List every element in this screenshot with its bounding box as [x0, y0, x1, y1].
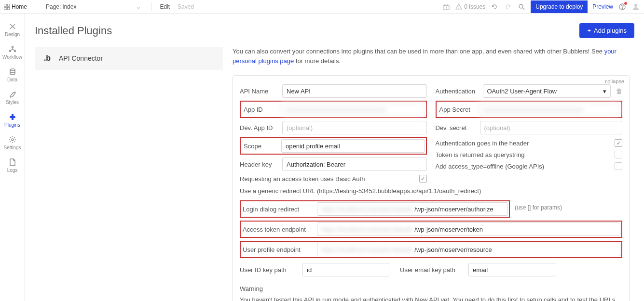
grid-icon	[4, 4, 10, 10]
user-id-label: User ID key path	[240, 266, 297, 274]
sidebar-item-data[interactable]: Data	[0, 64, 25, 86]
basic-auth-label: Requesting an access token uses Basic Au…	[240, 175, 365, 183]
api-name-label: API Name	[240, 88, 277, 95]
collapse-link[interactable]: collapse	[605, 79, 624, 84]
params-hint: (use [] for params)	[515, 204, 562, 211]
profile-endpoint-label: User profile endpoint	[242, 246, 312, 253]
trash-icon[interactable]: 🗑	[616, 87, 622, 95]
warning-title: Warning	[240, 285, 622, 292]
auth-select[interactable]: OAuth2 User-Agent Flow ▾	[483, 84, 611, 98]
redo-icon[interactable]	[504, 2, 512, 11]
header-key-label: Header key	[240, 161, 277, 168]
main-content: Installed Plugins + Add plugins .b API C…	[25, 13, 644, 301]
issues-button[interactable]: 0 issues	[455, 3, 485, 10]
auth-header-checkbox[interactable]: ✓	[615, 139, 622, 147]
sidebar-label: Workflow	[2, 54, 22, 60]
search-icon[interactable]	[517, 2, 526, 11]
plugin-logo-icon: .b	[42, 53, 52, 63]
auth-select-value: OAuth2 User-Agent Flow	[487, 88, 557, 95]
add-plugins-label: Add plugins	[594, 27, 627, 34]
gift-icon[interactable]	[442, 2, 451, 11]
app-id-input[interactable]	[281, 103, 425, 116]
sidebar-item-workflow[interactable]: Workflow	[0, 41, 25, 64]
sidebar-item-plugins[interactable]: Plugins	[0, 109, 25, 131]
app-secret-label: App Secret	[438, 106, 474, 113]
plus-icon: +	[587, 27, 591, 34]
dev-secret-label: Dev. secret	[436, 124, 475, 131]
page-title: Installed Plugins	[35, 25, 112, 37]
sidebar-item-settings[interactable]: Settings	[0, 131, 25, 154]
token-endpoint-label: Access token endpoint	[242, 226, 312, 233]
token-endpoint-input[interactable]: https://localhost.example.tld/path/wp-js…	[317, 222, 620, 236]
user-id-input[interactable]	[302, 263, 389, 276]
warning-icon	[455, 3, 462, 10]
page-selector-label: Page: index	[46, 3, 76, 10]
sidebar-item-design[interactable]: Design	[0, 18, 25, 41]
chevron-down-icon: ⌄	[136, 3, 141, 10]
caret-down-icon: ▾	[603, 88, 606, 95]
intro-text: You can also convert your connections in…	[233, 47, 630, 65]
warning-body: You haven't tested this API in run mode …	[240, 295, 622, 301]
scope-label: Scope	[242, 143, 276, 150]
profile-endpoint-input[interactable]: https://localhost.example.tld/path/wp-js…	[317, 243, 620, 256]
help-icon[interactable]	[618, 2, 627, 11]
plugin-list-item[interactable]: .b API Connector	[35, 47, 223, 70]
sidebar-item-styles[interactable]: Styles	[0, 86, 25, 109]
header-key-input[interactable]	[282, 157, 427, 171]
offline-label: Add access_type=offline (Google APIs)	[436, 163, 545, 170]
svg-point-6	[458, 8, 459, 9]
plugin-name: API Connector	[59, 54, 103, 62]
user-email-input[interactable]	[468, 263, 555, 276]
logs-icon	[8, 158, 17, 167]
data-icon	[8, 67, 17, 76]
undo-icon[interactable]	[490, 2, 499, 11]
separator	[35, 2, 35, 11]
saved-status: Saved	[178, 3, 194, 10]
sidebar-label: Styles	[6, 100, 19, 105]
home-link[interactable]: Home	[4, 3, 27, 10]
sidebar-label: Design	[5, 32, 20, 37]
plugin-list: .b API Connector	[35, 47, 223, 301]
plugins-icon	[8, 113, 17, 121]
token-qs-checkbox[interactable]	[615, 151, 622, 158]
offline-checkbox[interactable]	[615, 162, 622, 170]
svg-point-16	[12, 139, 14, 141]
sidebar-item-logs[interactable]: Logs	[0, 154, 25, 177]
svg-point-11	[634, 4, 637, 7]
dev-app-id-input[interactable]	[282, 121, 427, 134]
styles-icon	[8, 90, 17, 99]
sidebar-label: Logs	[7, 168, 18, 173]
separator	[151, 2, 152, 11]
add-plugins-button[interactable]: + Add plugins	[579, 23, 634, 38]
api-config-panel: collapse API Name App ID	[233, 75, 630, 301]
svg-rect-0	[4, 4, 6, 6]
login-redirect-input[interactable]: https://localhost.example.tld/path/wp-js…	[317, 202, 508, 216]
svg-rect-3	[7, 7, 10, 10]
sidebar-label: Settings	[3, 145, 21, 150]
token-qs-label: Token is returned as querystring	[436, 151, 525, 158]
left-sidebar: Design Workflow Data Styles Plugins Sett…	[0, 13, 25, 301]
sidebar-label: Data	[7, 77, 17, 82]
user-icon[interactable]	[631, 2, 640, 11]
generic-redirect-row: Use a generic redirect URL (https://test…	[240, 187, 622, 195]
svg-point-15	[10, 69, 15, 71]
app-id-label: App ID	[242, 106, 276, 113]
top-bar: Home Page: index ⌄ Edit Saved 0 issues U…	[0, 0, 644, 13]
svg-point-7	[519, 4, 523, 8]
scope-input[interactable]	[281, 139, 425, 153]
svg-rect-2	[4, 7, 6, 10]
dev-secret-input[interactable]	[480, 121, 623, 134]
upgrade-button[interactable]: Upgrade to deploy	[531, 0, 588, 13]
issues-label: 0 issues	[464, 3, 485, 10]
api-name-input[interactable]	[282, 84, 427, 98]
app-secret-input[interactable]	[479, 103, 621, 116]
plugin-detail: You can also convert your connections in…	[233, 47, 634, 301]
home-label: Home	[12, 3, 27, 10]
svg-point-10	[622, 8, 622, 9]
svg-line-8	[522, 8, 524, 10]
gear-icon	[8, 135, 17, 144]
preview-link[interactable]: Preview	[592, 3, 613, 10]
page-selector[interactable]: Page: index ⌄	[43, 3, 144, 10]
basic-auth-checkbox[interactable]: ✓	[419, 175, 427, 183]
edit-link[interactable]: Edit	[160, 3, 170, 10]
